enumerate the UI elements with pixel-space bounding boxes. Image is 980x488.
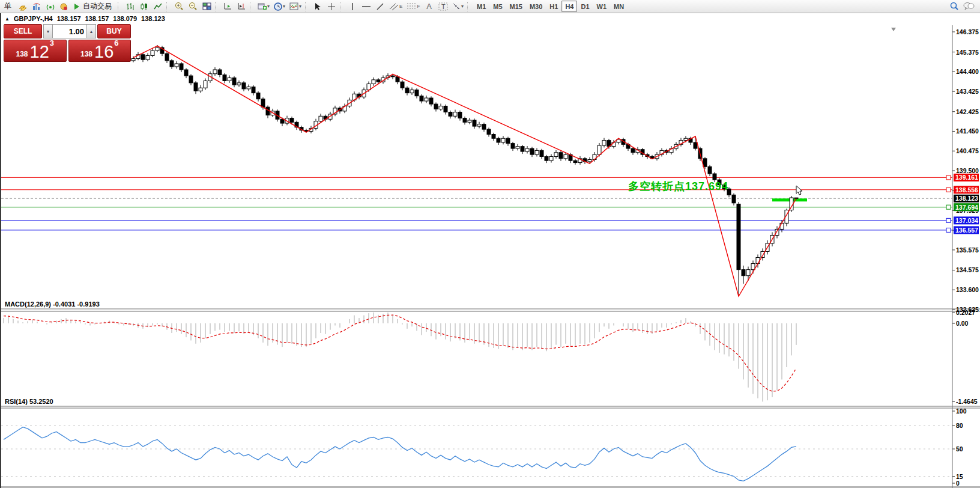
candle-down xyxy=(141,55,145,59)
autotrading-button[interactable]: 自动交易 xyxy=(71,1,116,12)
candle-up xyxy=(372,80,375,84)
volume-input[interactable]: 1.00 xyxy=(53,24,86,38)
candle-up xyxy=(146,55,150,59)
search-icon xyxy=(949,2,959,11)
candle-down xyxy=(280,119,284,123)
level-anchor-marker xyxy=(946,175,951,180)
buy-price-button[interactable]: 138166 xyxy=(68,40,132,62)
candle-down xyxy=(631,148,635,153)
price-tick-label: 134.575 xyxy=(956,266,979,273)
line-chart-button[interactable] xyxy=(151,1,165,12)
text-button[interactable]: A xyxy=(422,1,436,12)
market-icon xyxy=(59,2,69,11)
chat-button[interactable] xyxy=(961,1,976,12)
price-tick-label: 139.500 xyxy=(956,167,979,174)
candle-up xyxy=(756,257,760,263)
candle-up xyxy=(780,223,784,229)
trendline-button[interactable] xyxy=(374,1,387,12)
bar-chart-button[interactable] xyxy=(124,1,137,12)
text-label-button[interactable]: T xyxy=(437,1,450,12)
candle-down xyxy=(396,77,399,82)
svg-text:137.034: 137.034 xyxy=(955,217,978,224)
vertical-line-button[interactable] xyxy=(346,1,359,12)
toolbar-separator xyxy=(467,2,471,11)
candle-down xyxy=(530,148,534,154)
chat-bubbles-icon xyxy=(963,2,975,11)
sell-button[interactable]: SELL xyxy=(4,24,42,38)
timeframe-h4[interactable]: H4 xyxy=(561,1,577,12)
candle-down xyxy=(434,104,438,109)
bar-high-value: 138.157 xyxy=(85,15,109,22)
timeframe-m15[interactable]: M15 xyxy=(506,1,526,12)
candle-down xyxy=(444,106,447,112)
candle-down xyxy=(391,76,395,77)
candle-up xyxy=(549,156,553,160)
market-button[interactable] xyxy=(58,1,71,12)
horizontal-line-icon xyxy=(361,4,371,10)
zoom-out-button[interactable] xyxy=(186,1,199,12)
timeframe-m5[interactable]: M5 xyxy=(489,1,506,12)
candle-down xyxy=(189,76,193,83)
candle-up xyxy=(237,83,241,85)
gold-button[interactable] xyxy=(16,1,29,12)
candle-down xyxy=(732,195,736,203)
horizontal-line-button[interactable] xyxy=(360,1,373,12)
candle-down xyxy=(405,88,409,93)
sell-price-button[interactable]: 138123 xyxy=(4,40,67,62)
auto-scroll-button[interactable] xyxy=(221,1,234,12)
fibonacci-icon xyxy=(407,2,416,11)
candle-up xyxy=(775,229,779,235)
metaeditor-button[interactable] xyxy=(30,1,43,12)
price-tick-label: 133.600 xyxy=(956,286,979,293)
price-tick-label: 146.375 xyxy=(956,28,979,35)
tile-windows-button[interactable] xyxy=(200,1,213,12)
channel-button[interactable]: E xyxy=(387,1,404,12)
candle-down xyxy=(223,75,226,81)
candle-up xyxy=(410,90,414,93)
candlestick-icon xyxy=(140,2,148,11)
level-anchor-marker xyxy=(946,205,951,209)
chart-surface[interactable]: 146.375145.375144.400143.425142.425141.4… xyxy=(0,13,980,488)
timeframe-mn[interactable]: MN xyxy=(610,1,628,12)
volume-up-button[interactable]: ▲ xyxy=(86,24,96,38)
zoom-in-button[interactable] xyxy=(172,1,186,12)
price-tick-label: 143.425 xyxy=(956,88,979,95)
rsi-tick-label: 80 xyxy=(956,422,963,429)
candle-up xyxy=(319,116,322,121)
timeframe-w1[interactable]: W1 xyxy=(593,1,611,12)
arrows-button[interactable]: ▾ xyxy=(450,1,465,12)
timeframe-m1[interactable]: M1 xyxy=(473,1,489,12)
candlestick-chart-button[interactable] xyxy=(138,1,151,12)
candle-up xyxy=(751,264,755,270)
toolbar-separator xyxy=(340,2,344,11)
new-chart-button[interactable]: ▾ xyxy=(256,1,271,12)
candle-down xyxy=(559,153,563,159)
candle-up xyxy=(535,150,539,154)
cursor-button[interactable] xyxy=(311,1,324,12)
new-order-button[interactable]: 单 xyxy=(0,1,16,12)
candle-up xyxy=(746,270,750,276)
search-button[interactable] xyxy=(948,1,961,12)
price-tick-label: 135.575 xyxy=(956,246,979,254)
candle-down xyxy=(708,166,712,174)
candle-down xyxy=(540,150,543,156)
indicators-button[interactable]: ▾ xyxy=(288,1,303,12)
timeframe-d1[interactable]: D1 xyxy=(577,1,593,12)
svg-text:T: T xyxy=(441,3,446,10)
fibonacci-button[interactable]: F xyxy=(405,1,422,12)
timeframe-h1[interactable]: H1 xyxy=(546,1,561,12)
symbol-header: ▲ GBPJPY-,H4 138.157 138.157 138.079 138… xyxy=(5,15,165,22)
crosshair-button[interactable] xyxy=(325,1,338,12)
candle-down xyxy=(458,112,462,118)
chart-shift-button[interactable] xyxy=(235,1,248,12)
candle-up xyxy=(439,106,443,109)
toolbar-right-group xyxy=(948,1,976,12)
period-button[interactable]: ▾ xyxy=(272,1,287,12)
timeframe-m30[interactable]: M30 xyxy=(526,1,546,12)
autotrading-label: 自动交易 xyxy=(80,1,114,11)
collapse-arrow-icon[interactable]: ▲ xyxy=(5,16,10,22)
signals-button[interactable] xyxy=(44,1,57,12)
rsi-indicator-label: RSI(14) 53.2520 xyxy=(5,398,53,405)
line-chart-icon xyxy=(154,2,162,11)
dropdown-arrow-icon: ▾ xyxy=(283,4,285,9)
